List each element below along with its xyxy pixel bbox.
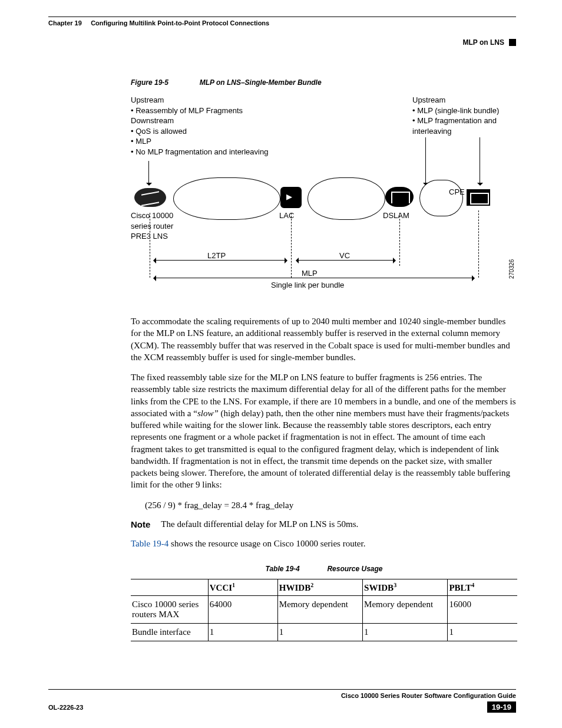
- table-row: Bundle interface 1 1 1 1: [131, 624, 517, 641]
- downstream-item: No MLP fragmentation and interleaving: [131, 147, 268, 157]
- header-marker-icon: [509, 39, 516, 46]
- table-crossref-link[interactable]: Table 19-4: [131, 539, 168, 548]
- section-name: MLP on LNS: [463, 38, 504, 47]
- header-left: Chapter 19 Configuring Multilink Point-t…: [48, 17, 516, 28]
- dashed-line: [291, 213, 292, 278]
- arrow-down-icon: [480, 137, 480, 185]
- cpe-icon: [467, 189, 490, 206]
- paragraph-1: To accommodate the scaling requirements …: [131, 315, 517, 363]
- th-vcci: VCCI1: [208, 579, 277, 596]
- table-label: Table 19-4: [266, 565, 300, 573]
- chapter-number: Chapter 19: [48, 19, 82, 27]
- note-label: Note: [131, 519, 150, 529]
- upstream-heading-left: Upstream: [131, 95, 268, 106]
- resource-usage-table: VCCI1 HWIDB2 SWIDB3 PBLT4 Cisco 10000 se…: [131, 579, 517, 641]
- lac-label: LAC: [279, 210, 294, 221]
- figure-caption: Figure 19-5 MLP on LNS–Single-Member Bun…: [131, 78, 517, 87]
- chapter-title: Configuring Multilink Point-to-Point Pro…: [91, 19, 269, 27]
- note-block: Note The default differential delay for …: [131, 519, 517, 529]
- table-caption: Table 19-4 Resource Usage: [131, 565, 517, 573]
- slpb-label: Single link per bundle: [271, 280, 344, 291]
- dashed-line: [150, 213, 150, 278]
- mlp-label: MLP: [302, 268, 318, 279]
- router-icon: [134, 188, 166, 207]
- dslam-icon: [385, 187, 414, 207]
- upstream-right-item: MLP fragmentation and interleaving: [412, 116, 517, 136]
- figure-title: MLP on LNS–Single-Member Bundle: [200, 78, 322, 87]
- router-label: Cisco 10000 series router PRE3 LNS: [131, 210, 190, 242]
- th-swidb: SWIDB3: [363, 579, 448, 596]
- cpe-label: CPE: [449, 187, 465, 197]
- dashed-line: [399, 213, 400, 266]
- paragraph-2: The fixed reassembly table size for the …: [131, 371, 517, 491]
- figure-label: Figure 19-5: [131, 78, 168, 87]
- table-title: Resource Usage: [327, 565, 382, 573]
- header-right: MLP on LNS: [48, 38, 516, 47]
- l2tp-label: L2TP: [207, 251, 226, 261]
- th-blank: [131, 579, 208, 596]
- page-footer: Cisco 10000 Series Router Software Confi…: [48, 689, 516, 713]
- upstream-heading-right: Upstream: [412, 95, 517, 106]
- figure-diagram: Upstream Reassembly of MLP Fragments Dow…: [131, 95, 517, 307]
- arrow-down-icon: [425, 137, 426, 185]
- arrow-down-icon: [148, 161, 149, 185]
- footer-docnum: OL-2226-23: [48, 704, 83, 711]
- downstream-item: MLP: [131, 136, 268, 147]
- page-number: 19-19: [487, 701, 516, 713]
- th-pblt: PBLT4: [448, 579, 517, 596]
- vc-label: VC: [339, 251, 350, 261]
- downstream-item: QoS is allowed: [131, 126, 268, 137]
- cloud-icon: [419, 180, 463, 216]
- upstream-item: Reassembly of MLP Fragments: [131, 106, 268, 116]
- note-text: The default differential delay for MLP o…: [161, 519, 358, 529]
- th-hwidb: HWIDB2: [277, 579, 362, 596]
- paragraph-3: Table 19-4 shows the resource usage on C…: [131, 538, 517, 549]
- figure-refnum: 270326: [508, 259, 516, 279]
- table-row: Cisco 10000 series routers MAX 64000 Mem…: [131, 596, 517, 624]
- cloud-icon: [308, 177, 385, 220]
- downstream-heading: Downstream: [131, 116, 268, 126]
- lac-icon: [280, 187, 302, 208]
- dashed-line: [478, 210, 479, 278]
- formula: (256 / 9) * frag_delay = 28.4 * frag_del…: [145, 499, 517, 511]
- dslam-label: DSLAM: [383, 210, 409, 221]
- table-header-row: VCCI1 HWIDB2 SWIDB3 PBLT4: [131, 579, 517, 596]
- footer-guide-title: Cisco 10000 Series Router Software Confi…: [341, 692, 516, 699]
- upstream-right-item: MLP (single-link bundle): [412, 106, 517, 116]
